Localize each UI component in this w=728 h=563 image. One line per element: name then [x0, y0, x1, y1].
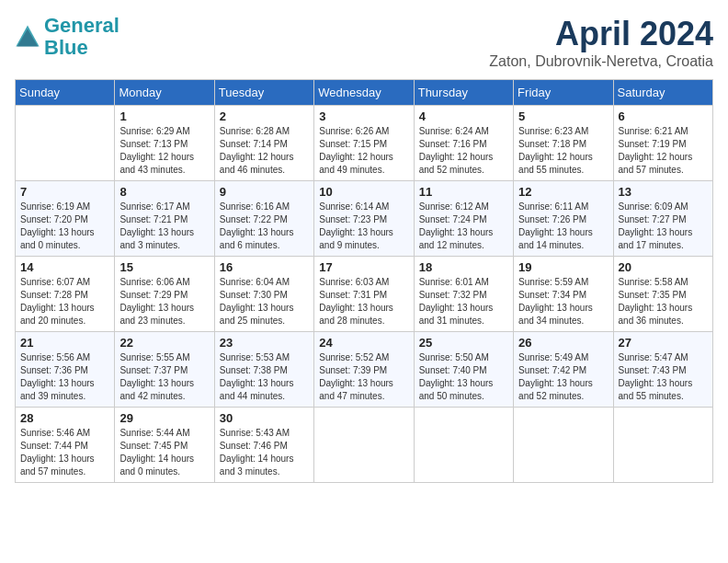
day-number: 25 [419, 336, 508, 350]
calendar-header-monday: Monday [115, 80, 214, 106]
title-section: April 2024 Zaton, Dubrovnik-Neretva, Cro… [489, 15, 713, 70]
calendar-cell: 30Sunrise: 5:43 AM Sunset: 7:46 PM Dayli… [214, 408, 313, 483]
calendar-cell [613, 408, 712, 483]
calendar-cell: 7Sunrise: 6:19 AM Sunset: 7:20 PM Daylig… [16, 181, 115, 257]
calendar-cell: 28Sunrise: 5:46 AM Sunset: 7:44 PM Dayli… [16, 408, 115, 483]
day-info: Sunrise: 6:07 AM Sunset: 7:28 PM Dayligh… [20, 276, 109, 327]
day-number: 30 [220, 411, 309, 425]
day-info: Sunrise: 6:01 AM Sunset: 7:32 PM Dayligh… [419, 276, 508, 327]
day-number: 20 [619, 260, 708, 274]
day-info: Sunrise: 6:03 AM Sunset: 7:31 PM Dayligh… [319, 276, 408, 327]
logo: General Blue [15, 15, 119, 59]
day-info: Sunrise: 6:11 AM Sunset: 7:26 PM Dayligh… [518, 201, 608, 252]
day-info: Sunrise: 5:44 AM Sunset: 7:45 PM Dayligh… [119, 427, 209, 478]
calendar-cell: 11Sunrise: 6:12 AM Sunset: 7:24 PM Dayli… [414, 181, 513, 257]
calendar-cell: 26Sunrise: 5:49 AM Sunset: 7:42 PM Dayli… [514, 332, 613, 408]
day-info: Sunrise: 6:04 AM Sunset: 7:30 PM Dayligh… [220, 276, 309, 327]
day-number: 8 [119, 185, 209, 199]
calendar-header-tuesday: Tuesday [214, 80, 313, 106]
location: Zaton, Dubrovnik-Neretva, Croatia [489, 53, 713, 70]
calendar-header-friday: Friday [514, 80, 613, 106]
day-info: Sunrise: 6:12 AM Sunset: 7:24 PM Dayligh… [419, 201, 508, 252]
day-info: Sunrise: 5:56 AM Sunset: 7:36 PM Dayligh… [20, 351, 109, 403]
calendar-header-wednesday: Wednesday [314, 80, 414, 106]
calendar-cell: 4Sunrise: 6:24 AM Sunset: 7:16 PM Daylig… [414, 106, 513, 181]
day-info: Sunrise: 5:50 AM Sunset: 7:40 PM Dayligh… [419, 351, 508, 403]
day-number: 17 [319, 260, 408, 274]
calendar-cell: 15Sunrise: 6:06 AM Sunset: 7:29 PM Dayli… [115, 257, 214, 332]
calendar-cell [414, 408, 513, 483]
day-number: 18 [419, 260, 508, 274]
calendar-cell: 9Sunrise: 6:16 AM Sunset: 7:22 PM Daylig… [214, 181, 313, 257]
month-title: April 2024 [489, 15, 713, 53]
calendar-week-5: 28Sunrise: 5:46 AM Sunset: 7:44 PM Dayli… [16, 408, 713, 483]
day-number: 29 [119, 411, 209, 425]
calendar-cell: 14Sunrise: 6:07 AM Sunset: 7:28 PM Dayli… [16, 257, 115, 332]
calendar-header-saturday: Saturday [613, 80, 712, 106]
calendar-cell: 2Sunrise: 6:28 AM Sunset: 7:14 PM Daylig… [214, 106, 313, 181]
day-info: Sunrise: 6:09 AM Sunset: 7:27 PM Dayligh… [619, 201, 708, 252]
day-info: Sunrise: 5:49 AM Sunset: 7:42 PM Dayligh… [518, 351, 608, 403]
day-number: 1 [119, 109, 209, 123]
calendar-cell: 8Sunrise: 6:17 AM Sunset: 7:21 PM Daylig… [115, 181, 214, 257]
logo-text: General Blue [44, 15, 119, 59]
day-info: Sunrise: 5:43 AM Sunset: 7:46 PM Dayligh… [220, 427, 309, 478]
calendar-week-2: 7Sunrise: 6:19 AM Sunset: 7:20 PM Daylig… [16, 181, 713, 257]
day-number: 23 [220, 336, 309, 350]
page-header: General Blue April 2024 Zaton, Dubrovnik… [15, 15, 713, 70]
day-info: Sunrise: 6:17 AM Sunset: 7:21 PM Dayligh… [119, 201, 209, 252]
day-info: Sunrise: 6:21 AM Sunset: 7:19 PM Dayligh… [619, 125, 708, 177]
calendar-cell: 1Sunrise: 6:29 AM Sunset: 7:13 PM Daylig… [115, 106, 214, 181]
day-number: 28 [20, 411, 109, 425]
calendar-cell: 24Sunrise: 5:52 AM Sunset: 7:39 PM Dayli… [314, 332, 414, 408]
logo-icon [15, 24, 40, 50]
calendar-cell: 22Sunrise: 5:55 AM Sunset: 7:37 PM Dayli… [115, 332, 214, 408]
svg-marker-1 [17, 29, 38, 47]
day-number: 11 [419, 185, 508, 199]
calendar-cell: 13Sunrise: 6:09 AM Sunset: 7:27 PM Dayli… [613, 181, 712, 257]
calendar-week-1: 1Sunrise: 6:29 AM Sunset: 7:13 PM Daylig… [16, 106, 713, 181]
day-number: 4 [419, 109, 508, 123]
day-info: Sunrise: 5:55 AM Sunset: 7:37 PM Dayligh… [119, 351, 209, 403]
day-number: 6 [619, 109, 708, 123]
calendar-cell [514, 408, 613, 483]
day-number: 12 [518, 185, 608, 199]
day-number: 15 [119, 260, 209, 274]
day-number: 16 [220, 260, 309, 274]
day-info: Sunrise: 6:19 AM Sunset: 7:20 PM Dayligh… [20, 201, 109, 252]
calendar-cell: 27Sunrise: 5:47 AM Sunset: 7:43 PM Dayli… [613, 332, 712, 408]
day-number: 7 [20, 185, 109, 199]
calendar-cell: 19Sunrise: 5:59 AM Sunset: 7:34 PM Dayli… [514, 257, 613, 332]
day-info: Sunrise: 5:58 AM Sunset: 7:35 PM Dayligh… [619, 276, 708, 327]
calendar-cell: 17Sunrise: 6:03 AM Sunset: 7:31 PM Dayli… [314, 257, 414, 332]
day-number: 14 [20, 260, 109, 274]
calendar-cell: 18Sunrise: 6:01 AM Sunset: 7:32 PM Dayli… [414, 257, 513, 332]
day-number: 9 [220, 185, 309, 199]
calendar-cell: 25Sunrise: 5:50 AM Sunset: 7:40 PM Dayli… [414, 332, 513, 408]
day-info: Sunrise: 6:16 AM Sunset: 7:22 PM Dayligh… [220, 201, 309, 252]
calendar-week-3: 14Sunrise: 6:07 AM Sunset: 7:28 PM Dayli… [16, 257, 713, 332]
day-info: Sunrise: 6:28 AM Sunset: 7:14 PM Dayligh… [220, 125, 309, 177]
day-info: Sunrise: 5:46 AM Sunset: 7:44 PM Dayligh… [20, 427, 109, 478]
calendar-week-4: 21Sunrise: 5:56 AM Sunset: 7:36 PM Dayli… [16, 332, 713, 408]
day-number: 27 [619, 336, 708, 350]
day-number: 5 [518, 109, 608, 123]
day-number: 19 [518, 260, 608, 274]
calendar-cell: 3Sunrise: 6:26 AM Sunset: 7:15 PM Daylig… [314, 106, 414, 181]
calendar-header-row: SundayMondayTuesdayWednesdayThursdayFrid… [16, 80, 713, 106]
day-info: Sunrise: 6:26 AM Sunset: 7:15 PM Dayligh… [319, 125, 408, 177]
calendar-cell: 6Sunrise: 6:21 AM Sunset: 7:19 PM Daylig… [613, 106, 712, 181]
day-number: 3 [319, 109, 408, 123]
calendar-cell: 23Sunrise: 5:53 AM Sunset: 7:38 PM Dayli… [214, 332, 313, 408]
day-number: 13 [619, 185, 708, 199]
day-number: 2 [220, 109, 309, 123]
calendar-cell: 10Sunrise: 6:14 AM Sunset: 7:23 PM Dayli… [314, 181, 414, 257]
calendar-cell [16, 106, 115, 181]
calendar-header-thursday: Thursday [414, 80, 513, 106]
day-number: 26 [518, 336, 608, 350]
calendar-table: SundayMondayTuesdayWednesdayThursdayFrid… [15, 79, 713, 483]
day-info: Sunrise: 5:59 AM Sunset: 7:34 PM Dayligh… [518, 276, 608, 327]
calendar-cell: 20Sunrise: 5:58 AM Sunset: 7:35 PM Dayli… [613, 257, 712, 332]
calendar-cell: 5Sunrise: 6:23 AM Sunset: 7:18 PM Daylig… [514, 106, 613, 181]
day-number: 21 [20, 336, 109, 350]
